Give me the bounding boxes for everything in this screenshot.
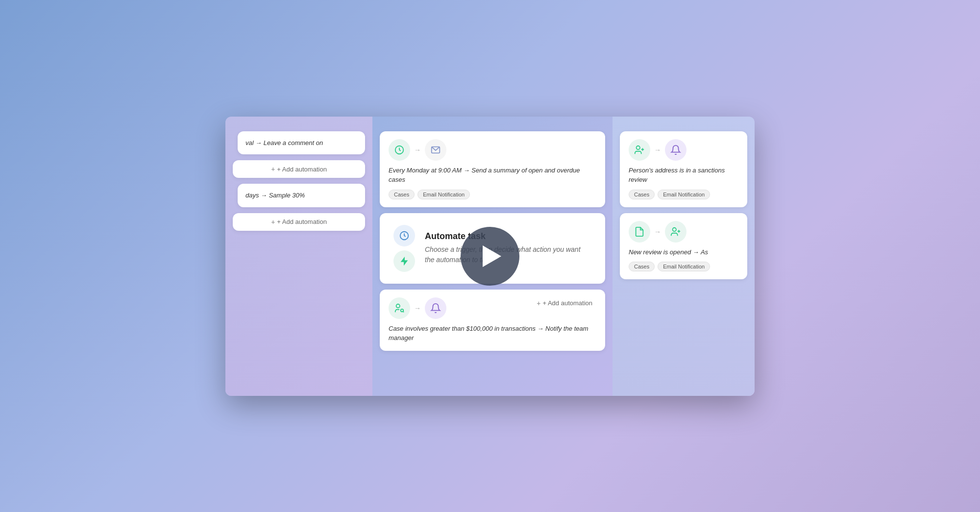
email-icon: [430, 145, 441, 155]
person-add-icon-1: [634, 145, 645, 155]
person-search-icon: [394, 303, 405, 314]
document-icon: [634, 226, 645, 237]
left-add-automation-2[interactable]: + + Add automation: [233, 213, 365, 231]
svg-point-7: [637, 146, 640, 149]
document-circle: [629, 221, 650, 243]
arrow-r1: →: [654, 146, 661, 154]
bell-icon-3: [430, 303, 441, 314]
tag-email-r1: Email Notification: [658, 190, 710, 199]
left-card-2: days → Sample 30%: [238, 184, 365, 207]
automate-icons: [393, 225, 415, 272]
right-card-1: → Person's address is in a sanctions rev…: [620, 131, 747, 207]
left-card-1-text: val → Leave a comment on: [245, 138, 357, 148]
email-icon-circle: [425, 139, 446, 161]
plus-icon-2: +: [271, 218, 275, 226]
automate-clock-icon: [399, 230, 410, 241]
mid-card-1-tags: Cases Email Notification: [389, 190, 596, 199]
clock-icon: [394, 145, 405, 155]
right-card-2-tags: Cases Email Notification: [629, 262, 738, 271]
left-add-label-1: + Add automation: [277, 166, 327, 173]
mid-card-3: → + + Add automation Case involves g: [380, 290, 605, 351]
person-add-circle-2: [665, 221, 686, 243]
left-add-automation-1[interactable]: + + Add automation: [233, 160, 365, 178]
svg-point-4: [396, 304, 400, 307]
svg-marker-3: [401, 256, 408, 265]
mid-card-3-desc: Case involves greater than $100,000 in t…: [389, 324, 596, 343]
clock-icon-circle: [389, 139, 410, 161]
svg-point-10: [673, 227, 676, 231]
mid-add-label-3: + Add automation: [542, 299, 592, 307]
play-triangle-icon: [483, 245, 501, 267]
plus-icon-1: +: [271, 165, 275, 173]
right-card-1-icon-row: →: [629, 139, 738, 161]
mid-card-3-add-automation[interactable]: + + Add automation: [533, 297, 596, 309]
mid-card-3-icon-row: →: [389, 297, 446, 319]
screen-container: val → Leave a comment on + + Add automat…: [225, 117, 755, 396]
svg-point-5: [401, 309, 404, 312]
right-card-1-tags: Cases Email Notification: [629, 190, 738, 199]
person-search-circle: [389, 297, 410, 319]
left-card-2-text: days → Sample 30%: [245, 191, 357, 200]
tag-cases-1: Cases: [389, 190, 415, 199]
right-card-1-desc: Person's address is in a sanctions revie…: [629, 166, 738, 185]
plus-icon-3: +: [537, 299, 540, 307]
right-card-2: → New review is opened → As Cases Email …: [620, 213, 747, 280]
tag-email-r2: Email Notification: [658, 262, 710, 271]
tag-email-notif-1: Email Notification: [417, 190, 470, 199]
right-column: → Person's address is in a sanctions rev…: [612, 126, 755, 386]
automate-bolt-circle: [393, 250, 415, 272]
left-card-1: val → Leave a comment on: [238, 131, 365, 155]
left-column: val → Leave a comment on + + Add automat…: [225, 126, 372, 386]
right-card-2-icon-row: →: [629, 221, 738, 243]
automate-clock-circle: [393, 225, 415, 246]
arrow-r2: →: [654, 228, 661, 236]
bolt-icon: [399, 256, 410, 267]
arrow-1: →: [414, 146, 421, 154]
mid-card-1: → Every Monday at 9:00 AM → Send a summa…: [380, 131, 605, 207]
tag-cases-r2: Cases: [629, 262, 655, 271]
arrow-3: →: [414, 304, 421, 312]
bell-circle-r1: [665, 139, 686, 161]
tag-cases-r1: Cases: [629, 190, 655, 199]
mid-card-1-icon-row: →: [389, 139, 596, 161]
left-add-label-2: + Add automation: [277, 218, 327, 225]
right-card-2-desc: New review is opened → As: [629, 247, 738, 257]
person-add-circle-1: [629, 139, 650, 161]
bell-icon-r1: [670, 145, 681, 155]
play-button[interactable]: [461, 227, 519, 286]
mid-card-1-desc: Every Monday at 9:00 AM → Send a summary…: [389, 166, 596, 185]
bell-icon-circle-3: [425, 297, 446, 319]
person-add-icon-2: [670, 226, 681, 237]
svg-line-6: [403, 311, 404, 312]
